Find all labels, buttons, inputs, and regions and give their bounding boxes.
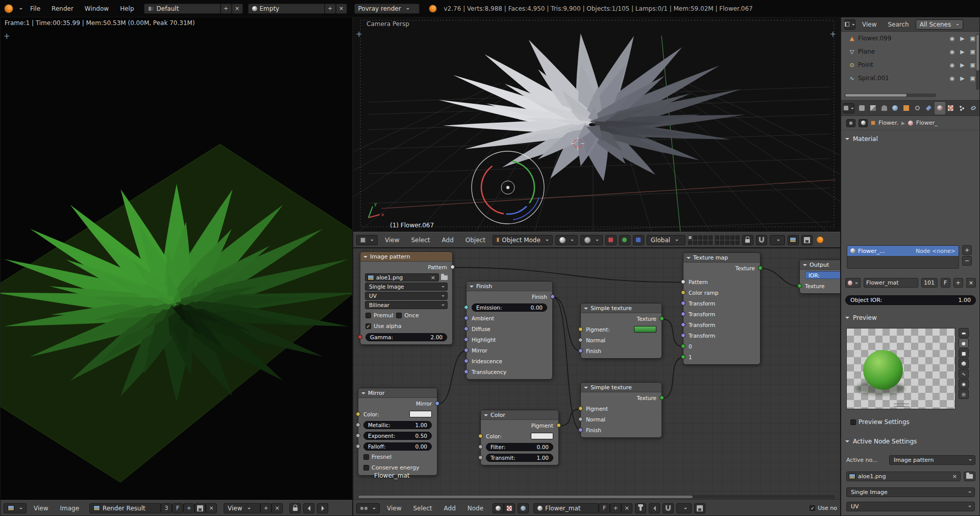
- menu-render[interactable]: Render: [47, 5, 78, 12]
- outliner-item-plane[interactable]: ▽ Plane ◉ ▶ ▣: [841, 45, 980, 58]
- premul-checkbox[interactable]: Premul: [365, 312, 393, 319]
- fake-user-button[interactable]: F: [941, 278, 950, 288]
- browse-image-button[interactable]: [441, 275, 448, 280]
- normal-input-socket[interactable]: [578, 417, 583, 421]
- fake-user-button[interactable]: F: [599, 503, 610, 513]
- texture-tree-type-button[interactable]: [504, 503, 515, 513]
- remove-material-slot-button[interactable]: −: [962, 256, 972, 266]
- ior-field[interactable]: IOR:: [805, 271, 841, 279]
- material-name-field[interactable]: Flower_mat: [864, 278, 918, 288]
- image-file-widget[interactable]: aloe1.png×: [365, 273, 448, 282]
- editor-type-button[interactable]: [4, 503, 27, 513]
- vp-menu-select[interactable]: Select: [406, 237, 434, 244]
- node-menu-node[interactable]: Node: [463, 505, 488, 512]
- unlink-material-button[interactable]: ×: [966, 278, 976, 288]
- node-image-pattern[interactable]: Image pattern Pattern aloe1.png× Single …: [360, 251, 453, 345]
- region-expand-icon[interactable]: +: [4, 32, 10, 41]
- lock-to-scene-button[interactable]: [742, 235, 753, 245]
- source-dropdown[interactable]: Single Image: [365, 283, 448, 291]
- outliner-item-spiral[interactable]: ∿ Spiral.001 ◉ ▶ ▣: [841, 72, 980, 85]
- tab-world[interactable]: [890, 102, 900, 114]
- use-nodes-checkbox[interactable]: ✓Use no: [810, 505, 837, 511]
- blender-logo-icon[interactable]: [4, 4, 13, 13]
- emission-slider[interactable]: Emission:0.00: [472, 303, 547, 312]
- layers-widget-group2[interactable]: [715, 236, 740, 245]
- gamma-input-socket[interactable]: [358, 335, 362, 339]
- color-swatch[interactable]: [531, 433, 553, 439]
- color-input-socket[interactable]: [356, 412, 360, 416]
- orientation-selector[interactable]: Global: [647, 235, 685, 245]
- tab-object[interactable]: [901, 102, 912, 114]
- view-layer-selector[interactable]: View: [224, 503, 260, 513]
- node-menu-add[interactable]: Add: [439, 505, 460, 512]
- tab-render-layers[interactable]: [868, 102, 878, 114]
- color-input-socket[interactable]: [478, 434, 483, 438]
- delete-screen-layout-button[interactable]: ×: [232, 4, 243, 14]
- app-menu-collapse-icon[interactable]: [15, 4, 23, 14]
- manipulator-scale-button[interactable]: [633, 235, 644, 245]
- source-dropdown[interactable]: Single Image: [846, 487, 975, 497]
- filter-dropdown[interactable]: Bilinear: [365, 301, 448, 309]
- save-image-button[interactable]: [194, 503, 206, 513]
- outliner-menu-search[interactable]: Search: [883, 21, 913, 28]
- view-add-button[interactable]: +: [260, 503, 272, 513]
- texture-output-socket[interactable]: [758, 266, 763, 270]
- tab-scene[interactable]: [879, 102, 890, 114]
- next-frame-button[interactable]: [317, 503, 328, 513]
- selectability-cursor-icon[interactable]: ▶: [959, 75, 966, 82]
- tab-physics[interactable]: [968, 102, 978, 114]
- preview-panel-header[interactable]: Preview: [841, 312, 881, 323]
- renderability-camera-icon[interactable]: ▣: [969, 62, 976, 68]
- iridescence-input-socket[interactable]: [464, 359, 469, 363]
- previous-frame-button[interactable]: [303, 503, 314, 513]
- metallic-input-socket[interactable]: [356, 423, 360, 427]
- editor-type-button[interactable]: [844, 19, 855, 30]
- unlink-material-button[interactable]: ×: [621, 503, 632, 513]
- editor-type-button[interactable]: [356, 235, 378, 245]
- add-material-slot-button[interactable]: +: [962, 245, 972, 255]
- outliner-hscrollbar[interactable]: [844, 93, 936, 97]
- ambient-input-socket[interactable]: [464, 316, 469, 320]
- node-header[interactable]: Image pattern: [360, 252, 452, 262]
- mapping-dropdown[interactable]: UV: [365, 292, 448, 300]
- texture-input-socket[interactable]: [797, 284, 802, 288]
- translucency-input-socket[interactable]: [464, 369, 469, 374]
- tab-texture[interactable]: [946, 102, 957, 114]
- editor-type-button[interactable]: [843, 103, 854, 113]
- snap-toggle-button[interactable]: [663, 503, 674, 513]
- tab-particles[interactable]: [957, 102, 967, 114]
- vp-menu-add[interactable]: Add: [437, 237, 458, 244]
- browse-image-button[interactable]: [964, 472, 975, 481]
- node-texture-map[interactable]: Texture map Texture Pattern Color ramp T…: [683, 252, 761, 365]
- render-anim-button[interactable]: [801, 235, 813, 245]
- active-node-selector[interactable]: Image pattern: [889, 455, 975, 465]
- delete-scene-button[interactable]: ×: [336, 4, 347, 14]
- node-header[interactable]: Finish: [467, 282, 552, 291]
- vp-menu-view[interactable]: View: [380, 237, 404, 244]
- display-mode-selector[interactable]: All Scenes: [916, 19, 964, 30]
- preview-hair-button[interactable]: ∿: [959, 369, 969, 379]
- texture-0-input-socket[interactable]: [681, 344, 685, 348]
- pattern-input-socket[interactable]: [681, 279, 685, 284]
- active-node-panel-header[interactable]: Active Node Settings: [841, 436, 921, 447]
- node-mirror[interactable]: Mirror Mirror Color: Metallic:1.00 Expon…: [358, 388, 437, 476]
- new-image-button[interactable]: +: [183, 503, 194, 513]
- clear-image-button[interactable]: ×: [951, 473, 958, 480]
- add-screen-layout-button[interactable]: +: [220, 4, 232, 14]
- add-scene-button[interactable]: +: [325, 4, 336, 14]
- pigment-input-socket[interactable]: [578, 327, 583, 332]
- region-expand-icon[interactable]: +: [356, 30, 362, 39]
- pattern-output-socket[interactable]: [450, 265, 455, 269]
- transform-input-socket[interactable]: [681, 312, 685, 316]
- node-simple-texture-1[interactable]: Simple texture Texture Pigment: Normal F…: [580, 303, 662, 359]
- visibility-eye-icon[interactable]: ◉: [948, 62, 956, 68]
- normal-input-socket[interactable]: [578, 338, 583, 342]
- manipulator-rotate-button[interactable]: [619, 235, 630, 245]
- outliner-menu-view[interactable]: View: [857, 21, 881, 28]
- material-slot-selected[interactable]: Flower_... Node <none>: [847, 246, 959, 256]
- transmit-input-socket[interactable]: [478, 455, 483, 460]
- layers-widget-group1[interactable]: [688, 236, 713, 245]
- menu-window[interactable]: Window: [80, 5, 113, 12]
- material-panel-header[interactable]: Material: [841, 133, 980, 145]
- selectability-cursor-icon[interactable]: ▶: [959, 35, 966, 42]
